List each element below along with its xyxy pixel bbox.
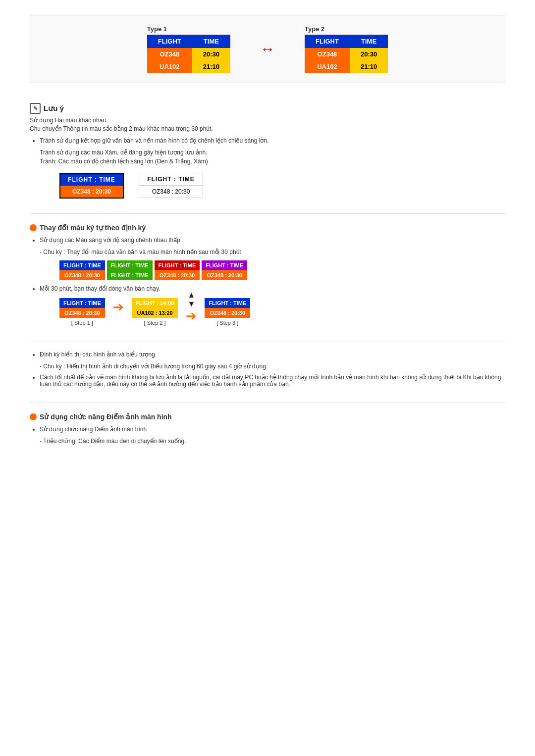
table-row-time: 20:30	[350, 48, 388, 60]
periodic-bullets: Sử dụng các Màu sáng với độ sáng chênh n…	[40, 237, 505, 244]
cycle-header-1: FLIGHT : TIME	[59, 260, 105, 270]
step-table-2: FLIGHT : 14:00UA102 : 13:20	[132, 298, 178, 318]
step-table-1: FLIGHT : TIMEOZ348 : 20:30	[59, 298, 105, 318]
note-sub2: Chu chuyển Thông tin màu sắc bằng 2 màu …	[30, 125, 505, 132]
demo-light-header: FLIGHT : TIME	[139, 173, 203, 186]
comparison-section: Type 1 FLIGHT TIME OZ34820:30UA10221:10 …	[30, 15, 505, 83]
demo-dark-header: FLIGHT : TIME	[60, 174, 123, 186]
pixel-bullets: Sử dụng chức năng Điểm ảnh màn hình	[40, 426, 505, 433]
cycle-header-3: FLIGHT : TIME	[155, 260, 200, 270]
cycle-data-1: OZ348 : 20:30	[59, 270, 105, 280]
cycle-box-1: FLIGHT : TIMEOZ348 : 20:30	[59, 260, 105, 280]
table-row-time: 20:30	[192, 48, 230, 60]
type1-col2: TIME	[192, 35, 230, 48]
image-sub1: - Chu kỳ : Hiển thị hình ảnh di chuyển v…	[40, 363, 505, 370]
type2-col1: FLIGHT	[305, 35, 350, 48]
note-demo-row: FLIGHT : TIME OZ348 : 20:30 FLIGHT : TIM…	[59, 173, 505, 199]
cycle-data-3: OZ348 : 20:30	[155, 270, 200, 280]
arrow-area: ↔	[260, 41, 275, 57]
cycle-header-4: FLIGHT : TIME	[202, 260, 247, 270]
table-row-flight: OZ348	[305, 48, 350, 60]
pixel-bullet-1: Sử dụng chức năng Điểm ảnh màn hình	[40, 426, 505, 433]
step-data-2: UA102 : 13:20	[132, 308, 178, 318]
orange-circle-icon-2	[30, 413, 37, 420]
step-box-3: FLIGHT : TIMEOZ348 : 20:30[ Step 3 ]	[205, 298, 250, 326]
step-label-3: [ Step 3 ]	[216, 320, 238, 326]
step-header-2: FLIGHT : 14:00	[132, 298, 178, 308]
type2-block: Type 2 FLIGHT TIME OZ34820:30UA10221:10	[305, 25, 388, 73]
type2-table: FLIGHT TIME OZ34820:30UA10221:10	[305, 35, 388, 73]
cycle-box-4: FLIGHT : TIMEOZ348 : 20:30	[202, 260, 247, 280]
step-label-1: [ Step 1 ]	[71, 320, 93, 326]
step-box-1: FLIGHT : TIMEOZ348 : 20:30[ Step 1 ]	[59, 298, 105, 326]
cycle-box-2: FLIGHT : TIMEFLIGHT : TIME	[107, 260, 153, 280]
image-bullets: Định kỳ hiển thị các hình ảnh và biểu tư…	[40, 351, 505, 358]
type1-table: FLIGHT TIME OZ34820:30UA10221:10	[147, 35, 230, 73]
demo-light-box: FLIGHT : TIME OZ348 : 20:30	[139, 173, 203, 198]
pixel-title: Sử dụng chức năng Điểm ảnh màn hình	[30, 413, 505, 421]
divider-1	[30, 213, 505, 214]
table-row-flight: UA102	[305, 60, 350, 73]
type2-label: Type 2	[305, 25, 388, 33]
step-demo-row: FLIGHT : TIMEOZ348 : 20:30[ Step 1 ]➔FLI…	[59, 298, 505, 326]
step-table-3: FLIGHT : TIMEOZ348 : 20:30	[205, 298, 250, 318]
up-arrow-icon: ▲	[187, 291, 195, 300]
step-header-3: FLIGHT : TIME	[205, 298, 250, 308]
periodic-title: Thay đổi màu ký tự theo định kỳ	[30, 224, 505, 232]
periodic-title-text: Thay đổi màu ký tự theo định kỳ	[40, 224, 146, 232]
divider-3	[30, 403, 505, 403]
note-indent-2: Tránh: Các màu có độ chênh lệch sáng lớn…	[40, 158, 505, 165]
image-bullets2: Cách tốt nhất để bảo vệ màn hình không b…	[40, 374, 505, 388]
note-title-text: Lưu ý	[44, 104, 64, 113]
demo-dark-data: OZ348 : 20:30	[60, 186, 123, 198]
step-label-2: [ Step 2 ]	[144, 320, 166, 326]
type2-col2: TIME	[350, 35, 388, 48]
step-arrow-icon-3: ➔	[186, 308, 197, 324]
note-bullet-1: Tránh sử dụng kết hợp giữ văn bản và nền…	[40, 137, 505, 144]
cycle-header-2: FLIGHT : TIME	[107, 260, 153, 270]
note-bullets: Tránh sử dụng kết hợp giữ văn bản và nền…	[40, 137, 505, 144]
step-updown-icon-2: ▲▼➔	[186, 291, 197, 324]
note-indent-1: Tránh sử dụng các màu Xám, dễ dàng gây h…	[40, 149, 505, 156]
cycle-box-3: FLIGHT : TIMEOZ348 : 20:30	[155, 260, 200, 280]
orange-circle-icon	[30, 224, 37, 231]
periodic-sub: - Chu kỳ : Thay đổi màu của văn bản và m…	[40, 249, 505, 255]
step-arrow-icon-1: ➔	[113, 300, 124, 315]
image-bullet-1: Định kỳ hiển thị các hình ảnh và biểu tư…	[40, 351, 505, 358]
cycle-demo-row: FLIGHT : TIMEOZ348 : 20:30FLIGHT : TIMEF…	[59, 260, 505, 280]
table-row-flight: OZ348	[147, 48, 192, 60]
periodic-bullet-2: Mỗi 30 phút, bạn thay đổi dòng văn bản c…	[40, 285, 505, 292]
table-row-time: 21:10	[350, 60, 388, 73]
periodic-bullet-1: Sử dụng các Màu sáng với độ sáng chênh n…	[40, 237, 505, 244]
step-data-1: OZ348 : 20:30	[59, 308, 105, 318]
down-arrow-icon: ▼	[187, 300, 195, 308]
note-icon: ✎	[30, 103, 41, 114]
bidirectional-arrow-icon: ↔	[260, 41, 275, 57]
pixel-title-text: Sử dụng chức năng Điểm ảnh màn hình	[40, 413, 172, 421]
note-title: ✎ Lưu ý	[30, 103, 505, 114]
periodic-bullets2: Mỗi 30 phút, bạn thay đổi dòng văn bản c…	[40, 285, 505, 292]
pixel-sub: - Triệu chứng: Các Điểm màu đen di chuyể…	[40, 438, 505, 445]
image-section: Định kỳ hiển thị các hình ảnh và biểu tư…	[30, 351, 505, 388]
table-row-flight: UA102	[147, 60, 192, 73]
step-data-3: OZ348 : 20:30	[205, 308, 250, 318]
periodic-section: Thay đổi màu ký tự theo định kỳ Sử dụng …	[30, 224, 505, 326]
cycle-data-2: FLIGHT : TIME	[107, 270, 153, 280]
demo-dark-box: FLIGHT : TIME OZ348 : 20:30	[59, 173, 124, 199]
step-header-1: FLIGHT : TIME	[59, 298, 105, 308]
table-row-time: 21:10	[192, 60, 230, 73]
divider-2	[30, 341, 505, 341]
pixel-section: Sử dụng chức năng Điểm ảnh màn hình Sử d…	[30, 413, 505, 445]
type1-block: Type 1 FLIGHT TIME OZ34820:30UA10221:10	[147, 25, 230, 73]
type1-label: Type 1	[147, 25, 230, 33]
demo-light-data: OZ348 : 20:30	[139, 186, 203, 198]
step-box-2: FLIGHT : 14:00UA102 : 13:20[ Step 2 ]	[132, 298, 178, 326]
image-bullet-2: Cách tốt nhất để bảo vệ màn hình không b…	[40, 374, 505, 388]
cycle-data-4: OZ348 : 20:30	[202, 270, 247, 280]
note-section: ✎ Lưu ý Sử dụng Hai màu khác nhau Chu ch…	[30, 103, 505, 199]
note-sub1: Sử dụng Hai màu khác nhau	[30, 117, 505, 124]
type1-col1: FLIGHT	[147, 35, 192, 48]
